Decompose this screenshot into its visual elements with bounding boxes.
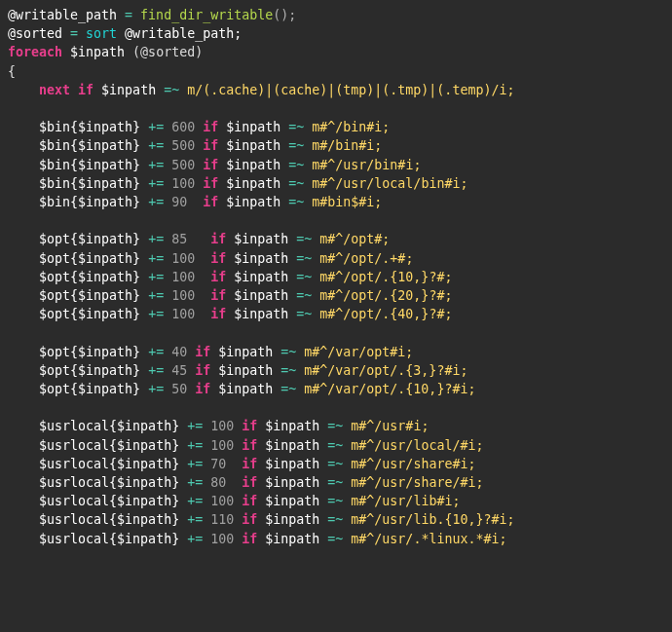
regex: bin$# <box>327 195 366 209</box>
var: $inpath <box>265 419 327 433</box>
op: =~ <box>288 195 304 209</box>
regex: ^/var/opt/.{10,}?# <box>319 382 460 396</box>
key: {$inpath} <box>70 120 140 134</box>
line: $opt{$inpath} += 40 if $inpath =~ m#^/va… <box>8 345 413 359</box>
hash: $opt <box>39 382 70 396</box>
kw-if: if <box>234 532 265 546</box>
op: += <box>140 195 171 209</box>
regex-delim: m/ <box>179 83 203 97</box>
var: $inpath <box>93 83 164 97</box>
op: += <box>179 512 210 527</box>
regex-flag: i; <box>467 475 483 490</box>
num: 100 <box>171 288 195 303</box>
op: += <box>179 494 210 508</box>
op: += <box>179 532 210 546</box>
key: {$inpath} <box>109 512 179 527</box>
regex-flag: i; <box>374 120 390 134</box>
fn: find_dir_writable <box>140 8 273 22</box>
hash: $usrlocal <box>39 438 109 453</box>
regex-delim: m# <box>343 438 366 453</box>
key: {$inpath} <box>70 195 140 209</box>
regex: ^/usr/bin# <box>327 158 405 172</box>
regex-delim: m# <box>296 363 319 378</box>
regex-delim: m# <box>312 307 335 321</box>
line: @sorted = sort @writable_path; <box>8 26 242 41</box>
blank-line <box>8 213 16 228</box>
key: {$inpath} <box>109 532 179 546</box>
line: $usrlocal{$inpath} += 110 if $inpath =~ … <box>8 512 514 527</box>
var: $inpath <box>226 158 288 172</box>
var: $inpath <box>226 195 288 209</box>
key: {$inpath} <box>109 494 179 508</box>
regex-delim: m# <box>343 419 366 433</box>
op: += <box>140 307 171 321</box>
hash: $opt <box>39 288 70 303</box>
kw-if: if <box>234 494 265 508</box>
regex-delim: m# <box>304 120 327 134</box>
op: += <box>140 288 171 303</box>
num: 500 <box>171 138 195 153</box>
regex-flag: i; <box>413 419 429 433</box>
regex-flag: i; <box>499 512 514 527</box>
regex: ^/opt/.{40,}?# <box>335 307 444 321</box>
line: $opt{$inpath} += 100 if $inpath =~ m#^/o… <box>8 288 452 303</box>
var: $inpath <box>265 532 327 546</box>
key: {$inpath} <box>70 176 140 191</box>
op: += <box>140 251 171 266</box>
kw-if: if <box>195 195 226 209</box>
regex-delim: m# <box>304 138 327 153</box>
num: 600 <box>171 120 195 134</box>
var: $inpath <box>234 288 296 303</box>
num: 100 <box>171 307 195 321</box>
num: 100 <box>210 438 234 453</box>
regex: ^/usr/lib# <box>366 494 444 508</box>
hash: $bin <box>39 158 70 172</box>
op: += <box>140 270 171 284</box>
regex-flag: i; <box>452 363 467 378</box>
op: += <box>140 363 171 378</box>
regex: ^/usr/local/# <box>366 438 467 453</box>
regex: (.cache)|(cache)|(tmp)|(.tmp)|(.temp) <box>203 83 491 97</box>
hash: $opt <box>39 270 70 284</box>
key: {$inpath} <box>70 232 140 246</box>
key: {$inpath} <box>70 288 140 303</box>
key: {$inpath} <box>70 251 140 266</box>
var: $inpath <box>218 363 280 378</box>
hash: $usrlocal <box>39 475 109 490</box>
line: $usrlocal{$inpath} += 100 if $inpath =~ … <box>8 419 429 433</box>
num: 40 <box>171 345 187 359</box>
op: += <box>140 158 171 172</box>
var: $inpath <box>265 475 327 490</box>
regex-delim: m# <box>312 270 335 284</box>
hash: $opt <box>39 345 70 359</box>
regex-delim: m# <box>312 251 335 266</box>
op: =~ <box>280 382 296 396</box>
regex-flag: ; <box>382 232 390 246</box>
regex: /bin# <box>327 138 366 153</box>
line: $usrlocal{$inpath} += 70 if $inpath =~ m… <box>8 457 475 471</box>
regex: ^/var/opt# <box>319 345 397 359</box>
line: $usrlocal{$inpath} += 80 if $inpath =~ m… <box>8 475 483 490</box>
regex: ^/bin# <box>327 120 374 134</box>
line: $opt{$inpath} += 100 if $inpath =~ m#^/o… <box>8 307 452 321</box>
kw-if: if <box>195 176 226 191</box>
hash: $opt <box>39 251 70 266</box>
line: $opt{$inpath} += 100 if $inpath =~ m#^/o… <box>8 270 452 284</box>
op: += <box>140 232 171 246</box>
regex: ^/var/opt/.{3,}?# <box>319 363 452 378</box>
line: $bin{$inpath} += 500 if $inpath =~ m#^/u… <box>8 158 421 172</box>
hash: $opt <box>39 307 70 321</box>
key: {$inpath} <box>70 307 140 321</box>
kw: next <box>39 83 70 97</box>
kw-if: if <box>234 419 265 433</box>
hash: $usrlocal <box>39 494 109 508</box>
key: {$inpath} <box>109 475 179 490</box>
regex-delim: m# <box>312 288 335 303</box>
var: $inpath <box>234 270 296 284</box>
num: 100 <box>210 419 234 433</box>
regex: ^/usr/share/# <box>366 475 467 490</box>
hash: $bin <box>39 176 70 191</box>
punct: (); <box>273 8 296 22</box>
var: $inpath <box>62 45 132 59</box>
var: @sorted <box>8 26 62 41</box>
